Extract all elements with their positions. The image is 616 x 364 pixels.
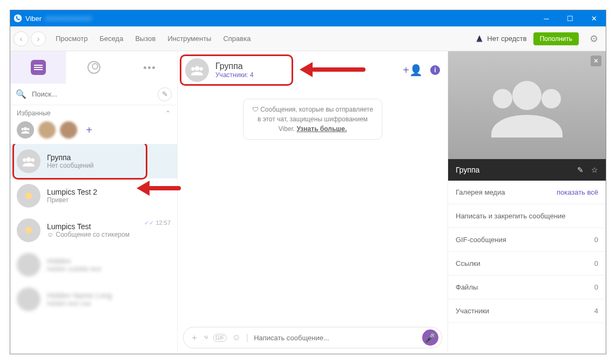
avatar: [17, 218, 40, 242]
chat-icon: [31, 60, 46, 75]
message-input[interactable]: [254, 334, 417, 342]
add-favorite-button[interactable]: +: [82, 122, 97, 138]
tab-chats[interactable]: [10, 51, 66, 84]
favorite-avatar[interactable]: [38, 121, 56, 139]
group-hero: ✕: [448, 51, 606, 159]
group-name-bar: Группа ✎ ☆: [448, 159, 606, 181]
close-button[interactable]: ✕: [582, 10, 606, 26]
files-row[interactable]: Файлы0: [448, 276, 606, 299]
credits-label: Нет средств: [487, 35, 526, 43]
chat-item-lumpics[interactable]: Lumpics Test ☺ Сообщение со стикером ✓✓ …: [10, 213, 177, 248]
svg-point-11: [512, 81, 541, 110]
svg-point-6: [23, 159, 26, 162]
app-title: Viber: [25, 15, 42, 23]
svg-point-3: [22, 128, 24, 131]
chat-subtitle: ☺ Сообщение со стикером: [47, 231, 171, 238]
phone-number-blurred: 000000000000: [45, 15, 92, 23]
favorites-collapse-icon[interactable]: ⌃: [165, 109, 171, 117]
svg-point-13: [541, 89, 561, 108]
viber-icon: [10, 14, 25, 23]
learn-more-link[interactable]: Узнать больше.: [297, 125, 347, 133]
sticker-icon: ☺: [47, 231, 53, 238]
topup-button[interactable]: Пополнить: [533, 32, 579, 45]
svg-point-9: [191, 67, 195, 70]
sidebar: 🔍 ✎ Избранные ⌃ + Группа Нет сообщений L…: [10, 51, 178, 354]
avatar: [17, 184, 40, 208]
encryption-notice: 🛡 Сообщения, которые вы отправляете в эт…: [243, 99, 382, 140]
svg-point-7: [31, 159, 35, 162]
credits-indicator[interactable]: Нет средств: [475, 35, 526, 43]
tab-contacts[interactable]: [66, 51, 121, 84]
chat-time: ✓✓ 12:57: [144, 219, 171, 226]
svg-point-12: [493, 89, 512, 108]
gif-row[interactable]: GIF-сообщения0: [448, 228, 606, 252]
info-panel: ✕ Группа ✎ ☆ Галерея медиа показать всё …: [448, 51, 606, 354]
chat-header: Группа Участники: 4 +👤 i: [178, 51, 448, 89]
avatar: [17, 287, 40, 311]
composer: ＋ ༄ GIF ☺ | 🎤: [178, 321, 448, 354]
links-row[interactable]: Ссылки0: [448, 252, 606, 276]
titlebar: Viber 000000000000 ─ ☐ ✕: [10, 10, 606, 26]
chat-participants[interactable]: Участники: 4: [215, 71, 254, 79]
avatar: [17, 253, 40, 277]
chat-name: Группа: [47, 153, 171, 162]
tab-more[interactable]: [121, 51, 177, 84]
pin-message-row[interactable]: Написать и закрепить сообщение: [448, 204, 606, 228]
svg-point-10: [199, 67, 203, 70]
chat-time: ✓✓ 12:58: [144, 185, 171, 192]
search-input[interactable]: [30, 87, 158, 101]
settings-gear-icon[interactable]: ⚙: [590, 33, 598, 45]
star-icon[interactable]: ☆: [591, 166, 598, 174]
media-gallery-row[interactable]: Галерея медиа показать всё: [448, 181, 606, 204]
menu-help[interactable]: Справка: [223, 35, 251, 43]
chat-item-blurred[interactable]: Hiddenhidden subtitle text: [10, 248, 177, 282]
menu-chat[interactable]: Беседа: [99, 35, 123, 43]
svg-point-8: [195, 66, 200, 71]
menu-view[interactable]: Просмотр: [56, 35, 87, 43]
chat-pane: Группа Участники: 4 +👤 i 🛡 Сообщения, ко…: [178, 51, 448, 354]
edit-icon[interactable]: ✎: [577, 166, 584, 174]
svg-point-0: [14, 15, 22, 23]
participants-row[interactable]: Участники4: [448, 299, 606, 323]
chat-item-group[interactable]: Группа Нет сообщений: [10, 144, 177, 178]
more-icon: [144, 66, 155, 69]
chat-item-lumpics2[interactable]: Lumpics Test 2 Привет ✓✓ 12:58: [10, 178, 177, 213]
svg-rect-1: [477, 41, 483, 42]
chat-subtitle: Нет сообщений: [47, 162, 171, 169]
group-avatar-icon: [185, 58, 209, 82]
menubar: ‹ › Просмотр Беседа Вызов Инструменты Сп…: [10, 26, 606, 51]
nav-forward-button[interactable]: ›: [31, 31, 46, 46]
group-avatar-icon: [17, 149, 40, 173]
show-all-link[interactable]: показать всё: [557, 188, 598, 196]
search-icon: 🔍: [16, 89, 26, 99]
maximize-button[interactable]: ☐: [558, 10, 582, 26]
gif-icon[interactable]: GIF: [213, 334, 227, 342]
contact-icon: [87, 61, 100, 74]
svg-point-4: [27, 128, 30, 131]
add-participant-icon[interactable]: +👤: [403, 64, 423, 77]
favorite-avatar[interactable]: [60, 121, 77, 139]
favorites-label: Избранные: [17, 109, 51, 117]
attach-icon[interactable]: ＋: [190, 332, 199, 344]
svg-point-2: [24, 127, 27, 131]
gallery-label: Галерея медиа: [456, 188, 505, 196]
minimize-button[interactable]: ─: [534, 10, 558, 26]
menu-tools[interactable]: Инструменты: [167, 35, 211, 43]
lock-icon: 🛡: [252, 106, 259, 113]
compose-button[interactable]: ✎: [158, 87, 172, 101]
chat-subtitle: Привет: [47, 196, 171, 204]
chat-title: Группа: [215, 61, 254, 71]
nav-back-button[interactable]: ‹: [13, 31, 29, 46]
chat-item-blurred[interactable]: Hidden Name Longhidden text row: [10, 282, 177, 317]
favorite-group-avatar[interactable]: [17, 121, 34, 139]
mic-button[interactable]: 🎤: [422, 329, 438, 346]
close-panel-button[interactable]: ✕: [591, 56, 601, 66]
svg-point-5: [26, 157, 31, 162]
audio-icon[interactable]: ༄: [204, 333, 208, 342]
menu-call[interactable]: Вызов: [135, 35, 155, 43]
group-name: Группа: [456, 166, 479, 174]
info-button[interactable]: i: [430, 65, 440, 75]
sticker-icon[interactable]: ☺: [232, 333, 241, 342]
